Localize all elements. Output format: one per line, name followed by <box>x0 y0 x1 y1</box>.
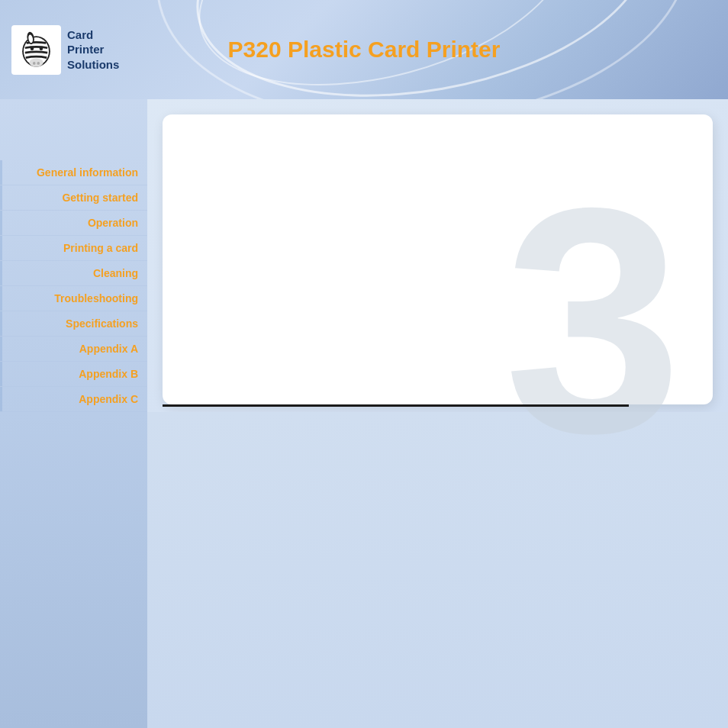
svg-point-5 <box>40 47 43 50</box>
sidebar-item-appendix-c[interactable]: Appendix C <box>0 387 147 412</box>
company-line-3: Solutions <box>67 57 119 72</box>
company-line-1: Card <box>67 27 119 43</box>
svg-point-6 <box>29 58 43 66</box>
sidebar-item-appendix-a[interactable]: Appendix A <box>0 337 147 362</box>
chapter-number: 3 <box>504 160 682 481</box>
header: Card Printer Solutions P320 Plastic Card… <box>0 0 728 99</box>
company-line-2: Printer <box>67 42 119 57</box>
zebra-logo <box>11 25 61 75</box>
page-title: P320 Plastic Card Printer <box>228 37 501 63</box>
divider-line <box>163 404 629 407</box>
sidebar-item-operation[interactable]: Operation <box>0 211 147 236</box>
sidebar-item-troubleshooting[interactable]: Troubleshooting <box>0 286 147 311</box>
svg-point-8 <box>37 62 40 65</box>
sidebar-item-getting-started[interactable]: Getting started <box>0 185 147 211</box>
sidebar-item-printing-a-card[interactable]: Printing a card <box>0 236 147 261</box>
zebra-icon <box>15 29 57 71</box>
content-area: 3 <box>147 99 728 728</box>
company-name: Card Printer Solutions <box>67 27 119 72</box>
logo-area: Card Printer Solutions <box>0 25 119 75</box>
sidebar-item-cleaning[interactable]: Cleaning <box>0 261 147 286</box>
svg-point-7 <box>33 62 36 65</box>
main-layout: General information Getting started Oper… <box>0 99 728 728</box>
sidebar: General information Getting started Oper… <box>0 99 147 728</box>
sidebar-item-appendix-b[interactable]: Appendix B <box>0 362 147 387</box>
svg-point-4 <box>31 47 34 50</box>
sidebar-item-general-information[interactable]: General information <box>0 160 147 185</box>
sidebar-item-specifications[interactable]: Specifications <box>0 311 147 337</box>
